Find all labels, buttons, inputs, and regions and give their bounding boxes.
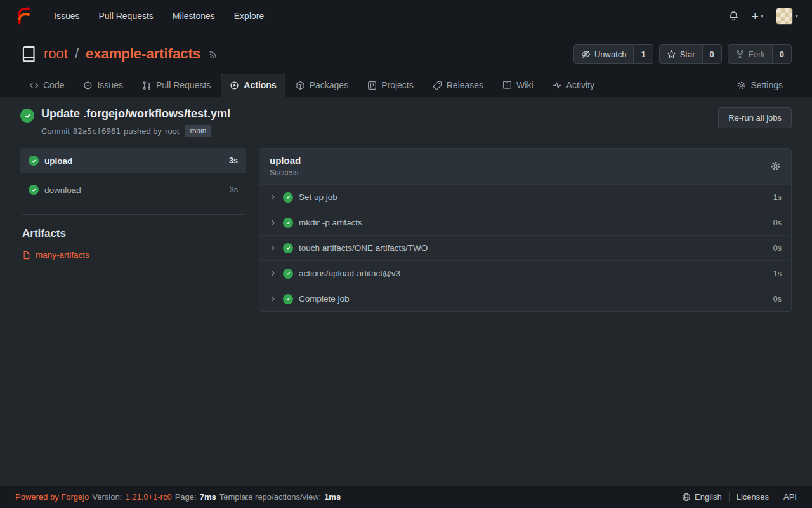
tab-activity[interactable]: Activity	[544, 74, 603, 97]
tab-code[interactable]: Code	[20, 74, 73, 97]
unwatch-button[interactable]: Unwatch 1	[573, 44, 653, 64]
star-count[interactable]: 0	[702, 45, 721, 63]
pushed-by-label: pushed by	[124, 126, 162, 136]
artifact-link-many-artifacts[interactable]: many-artifacts	[20, 250, 246, 260]
job-item-upload[interactable]: upload 3s	[20, 148, 246, 173]
forgejo-logo[interactable]	[14, 6, 33, 25]
star-label: Star	[680, 50, 695, 59]
version-link[interactable]: 1.21.0+1-rc0	[125, 492, 171, 502]
package-icon	[296, 81, 305, 90]
tab-packages[interactable]: Packages	[287, 74, 357, 97]
step-duration: 0s	[773, 295, 782, 304]
job-item-download[interactable]: download 3s	[20, 177, 246, 203]
watch-count[interactable]: 1	[633, 45, 652, 63]
chevron-right-icon	[269, 244, 277, 252]
branch-badge[interactable]: main	[185, 125, 211, 137]
artifacts-heading: Artifacts	[20, 227, 246, 240]
step-duration: 0s	[773, 218, 782, 227]
file-icon	[22, 251, 31, 260]
job-success-icon	[29, 156, 39, 166]
step-duration: 1s	[773, 193, 782, 202]
language-selector[interactable]: English	[675, 492, 729, 502]
tab-actions-label: Actions	[244, 80, 276, 90]
job-success-icon	[29, 185, 39, 195]
step-success-icon	[283, 192, 293, 203]
step-row-complete-job[interactable]: Complete job 0s	[259, 286, 791, 311]
create-new-button[interactable]: + ▾	[752, 10, 764, 22]
footer-right: English Licenses API	[675, 492, 797, 502]
avatar	[776, 8, 793, 25]
jobs-sidebar: upload 3s download 3s Artifacts many-art…	[20, 148, 246, 260]
step-row-upload-artifact[interactable]: actions/upload-artifact@v3 1s	[259, 260, 791, 286]
rss-feed-button[interactable]	[209, 50, 218, 59]
tab-settings[interactable]: Settings	[728, 74, 792, 97]
tab-wiki[interactable]: Wiki	[494, 74, 542, 97]
book-icon	[502, 81, 512, 90]
step-row-touch[interactable]: touch artifacts/ONE artifacts/TWO 0s	[259, 235, 791, 260]
project-board-icon	[367, 81, 377, 90]
rss-icon	[209, 50, 218, 59]
job-options-button[interactable]	[770, 161, 781, 171]
tab-issues[interactable]: Issues	[74, 74, 131, 97]
step-success-icon	[283, 269, 293, 279]
issue-icon	[83, 81, 93, 90]
job-detail-header: upload Success	[259, 149, 791, 184]
step-row-set-up-job[interactable]: Set up job 1s	[259, 184, 791, 210]
step-row-mkdir[interactable]: mkdir -p artifacts 0s	[259, 210, 791, 235]
tab-pull-requests[interactable]: Pull Requests	[133, 74, 219, 97]
plus-icon: +	[752, 10, 759, 22]
chevron-right-icon	[269, 218, 277, 227]
code-icon	[29, 81, 39, 90]
user-menu-button[interactable]: ▾	[776, 8, 798, 25]
commit-sha-link[interactable]: 82a5cf6961	[73, 126, 121, 136]
language-label: English	[695, 492, 722, 502]
eye-slash-icon	[581, 50, 591, 59]
nav-issues[interactable]: Issues	[44, 0, 89, 32]
pull-request-icon	[142, 81, 152, 90]
nav-explore[interactable]: Explore	[225, 0, 273, 32]
pulse-icon	[553, 81, 562, 90]
fork-button[interactable]: Fork 0	[728, 44, 792, 64]
forgejo-logo-icon	[14, 6, 33, 25]
template-label: Template repo/actions/view:	[219, 492, 321, 502]
unwatch-label: Unwatch	[594, 50, 627, 59]
repo-tabs: Code Issues Pull Requests Actions P	[20, 74, 792, 97]
footer: Powered by Forgejo Version: 1.21.0+1-rc0…	[0, 486, 812, 508]
chevron-down-icon: ▾	[761, 13, 764, 19]
repo-header: root / example-artifacts Unwatch 1	[0, 32, 812, 97]
powered-by-link[interactable]: Powered by Forgejo	[15, 492, 89, 502]
top-navbar: Issues Pull Requests Milestones Explore …	[0, 0, 812, 32]
bell-icon	[728, 11, 739, 22]
nav-milestones[interactable]: Milestones	[163, 0, 225, 32]
tab-projects-label: Projects	[381, 80, 414, 90]
tab-releases[interactable]: Releases	[424, 74, 492, 97]
page-label: Page:	[175, 492, 197, 502]
repo-name-link[interactable]: example-artifacts	[86, 46, 200, 62]
actions-run-view: Update .forgejo/workflows/test.yml Commi…	[0, 97, 812, 486]
repo-owner-link[interactable]: root	[44, 46, 68, 62]
fork-count[interactable]: 0	[772, 45, 791, 63]
star-button[interactable]: Star 0	[659, 44, 722, 64]
play-circle-icon	[230, 81, 239, 90]
chevron-right-icon	[269, 269, 277, 277]
commit-author-link[interactable]: root	[165, 126, 179, 136]
api-link[interactable]: API	[776, 492, 797, 502]
nav-pull-requests[interactable]: Pull Requests	[89, 0, 162, 32]
fork-label: Fork	[749, 50, 765, 59]
template-time: 1ms	[324, 492, 341, 502]
repo-title-row: root / example-artifacts Unwatch 1	[20, 44, 792, 64]
job-detail-status: Success	[270, 168, 301, 177]
rerun-all-jobs-button[interactable]: Re-run all jobs	[718, 107, 792, 128]
run-grid: upload 3s download 3s Artifacts many-art…	[20, 148, 792, 312]
globe-icon	[682, 493, 691, 502]
notifications-button[interactable]	[728, 11, 739, 22]
artifact-name: many-artifacts	[36, 250, 89, 260]
licenses-link[interactable]: Licenses	[729, 492, 776, 502]
tab-projects[interactable]: Projects	[358, 74, 422, 97]
job-name: download	[44, 185, 81, 195]
tab-packages-label: Packages	[310, 80, 348, 90]
job-detail-title-block: upload Success	[270, 155, 301, 177]
tab-actions[interactable]: Actions	[221, 74, 285, 97]
fork-icon	[735, 50, 745, 59]
step-success-icon	[283, 243, 293, 253]
